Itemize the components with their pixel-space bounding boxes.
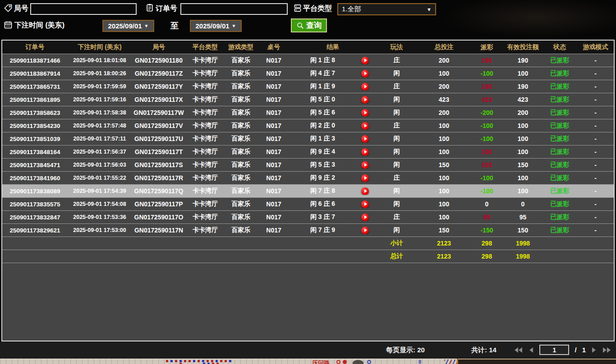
search-button[interactable]: 查询: [291, 18, 327, 32]
table-row[interactable]: 2509011738618952025-09-01 17:59:16GN0172…: [2, 93, 614, 106]
replay-play-icon[interactable]: [361, 122, 369, 130]
cell-replay: [355, 83, 375, 91]
cell-game-type: 百家乐: [225, 69, 257, 77]
date-to-picker[interactable]: 2025/09/01 ▼: [190, 20, 242, 32]
total-row: 总计21232981998: [2, 250, 614, 263]
cell-play-type: 闲: [375, 69, 418, 77]
cell-table-number: N017: [257, 227, 290, 234]
cell-replay: [355, 96, 375, 104]
cell-result: 闲 5 庄 3: [290, 161, 355, 169]
table-body: 2509011838714662025-09-01 18:01:08GN0172…: [2, 54, 614, 263]
chevron-down-icon: ▼: [144, 23, 149, 28]
replay-play-icon[interactable]: [361, 57, 369, 64]
table-row[interactable]: 2509011738542302025-09-01 17:57:48GN0172…: [2, 119, 614, 132]
table-row[interactable]: 2509011738355752025-09-01 17:54:08GN0172…: [2, 198, 614, 211]
bet-time-label: 下注时间 (美东): [14, 21, 64, 30]
cell-platform-type: 卡卡湾厅: [186, 122, 225, 130]
total-pages-label: 1: [582, 346, 586, 354]
replay-play-icon[interactable]: [361, 96, 369, 104]
replay-play-icon[interactable]: [361, 227, 369, 234]
table-row[interactable]: 2509011738454712025-09-01 17:56:03GN0172…: [2, 159, 614, 172]
column-header: 派彩: [470, 43, 504, 51]
replay-play-icon[interactable]: [361, 200, 369, 208]
cell-payout: 190: [470, 83, 504, 90]
table-row[interactable]: 2509011838679142025-09-01 18:00:26GN0172…: [2, 67, 614, 80]
table-row[interactable]: 2509011738510392025-09-01 17:57:11GN0172…: [2, 132, 614, 146]
subtotal-row: 小计21232981998: [2, 237, 614, 250]
replay-play-icon[interactable]: [361, 161, 369, 169]
first-page-button[interactable]: [514, 346, 523, 354]
cell-order-number: 250901173865731: [2, 83, 68, 90]
cell-valid-bet: 200: [504, 109, 542, 116]
cell-status: 已派彩: [542, 69, 577, 77]
cell-replay: [355, 161, 375, 169]
search-button-label: 查询: [306, 20, 322, 31]
cell-order-number: 250901173858623: [2, 109, 68, 116]
table-row[interactable]: 2509011738481642025-09-01 17:56:37GN0172…: [2, 146, 614, 159]
replay-play-icon[interactable]: [361, 148, 369, 156]
cell-platform-type: 卡卡湾厅: [186, 82, 225, 91]
cell-bet-time: 2025-09-01 17:56:03: [68, 162, 132, 168]
cell-valid-bet: 190: [504, 83, 542, 90]
cell-result: 闲 2 庄 0: [290, 122, 355, 130]
cell-play-type: 闲: [375, 187, 418, 195]
round-number-input[interactable]: [30, 3, 137, 15]
cell-round-number: GN0172590117O: [132, 214, 186, 221]
per-page-label: 每页显示: 20: [386, 346, 425, 355]
cell-bet-time: 2025-09-01 17:57:48: [68, 123, 132, 129]
cell-play-type: 闲: [375, 135, 418, 143]
order-number-input[interactable]: [180, 3, 288, 15]
table-row[interactable]: 2509011738380892025-09-01 17:54:39GN0172…: [2, 185, 614, 198]
cell-replay: [355, 214, 375, 221]
subtotal-row-bet: 2123: [418, 240, 470, 247]
chevron-down-icon: ▼: [427, 7, 432, 12]
subtotal-row-valid: 1998: [504, 240, 542, 247]
cell-game-mode: -: [577, 174, 614, 182]
previous-page-button[interactable]: [529, 346, 534, 354]
replay-play-icon[interactable]: [361, 83, 369, 91]
table-row[interactable]: 2509011738328472025-09-01 17:53:36GN0172…: [2, 211, 614, 224]
table-row[interactable]: 2509011738296212025-09-01 17:53:00GN0172…: [2, 224, 614, 237]
column-header: 下注时间 (美东): [68, 43, 132, 51]
cell-game-type: 百家乐: [225, 82, 257, 91]
cell-replay: [355, 148, 375, 156]
cell-result: 闲 7 庄 8: [290, 187, 355, 195]
cell-replay: [355, 109, 375, 117]
replay-play-icon[interactable]: [361, 70, 369, 77]
cell-replay: [355, 227, 375, 234]
cell-game-type: 百家乐: [225, 161, 257, 169]
platform-type-value: 1.全部: [342, 5, 361, 14]
date-range-to-label: 至: [170, 20, 179, 31]
table-row[interactable]: 2509011838714662025-09-01 18:01:08GN0172…: [2, 54, 614, 67]
table-row[interactable]: 2509011738586232025-09-01 17:58:38GN0172…: [2, 106, 614, 119]
date-from-picker[interactable]: 2025/09/01 ▼: [102, 20, 154, 32]
replay-play-icon[interactable]: [361, 214, 369, 221]
cell-payout: -100: [470, 122, 504, 129]
cell-result: 闲 1 庄 3: [290, 135, 355, 143]
cell-game-mode: -: [577, 57, 614, 64]
replay-play-icon[interactable]: [361, 109, 369, 117]
cell-order-number: 250901183871466: [2, 57, 68, 64]
table-row[interactable]: 2509011738657312025-09-01 17:59:59GN0172…: [2, 80, 614, 93]
blue-glyph: 8: [418, 359, 421, 364]
cell-bet-time: 2025-09-01 17:57:11: [68, 136, 132, 142]
cell-status: 已派彩: [542, 122, 577, 130]
cell-total-bet: 100: [418, 122, 470, 129]
cell-bet-time: 2025-09-01 17:53:00: [68, 227, 132, 233]
column-header: 游戏类型: [225, 43, 257, 51]
cell-valid-bet: 0: [504, 200, 542, 208]
platform-type-select[interactable]: 1.全部 ▼: [337, 3, 436, 15]
table-row[interactable]: 2509011738419602025-09-01 17:55:22GN0172…: [2, 172, 614, 185]
last-page-button[interactable]: [602, 346, 611, 354]
cell-payout: -100: [470, 187, 504, 195]
replay-play-icon[interactable]: [361, 187, 369, 195]
cell-status: 已派彩: [542, 213, 577, 221]
cell-platform-type: 卡卡湾厅: [186, 69, 225, 77]
replay-play-icon[interactable]: [361, 174, 369, 182]
next-page-button[interactable]: [591, 346, 597, 354]
play-triangle-icon: [364, 124, 367, 127]
column-header: 状态: [542, 43, 577, 51]
replay-play-icon[interactable]: [361, 135, 369, 143]
page-number-input[interactable]: [539, 345, 569, 355]
cell-total-bet: 100: [418, 174, 470, 182]
